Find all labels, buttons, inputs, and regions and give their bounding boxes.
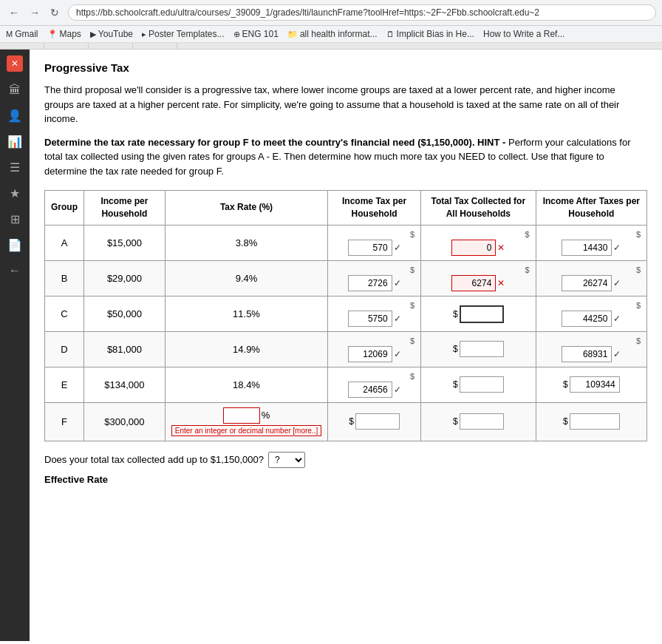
group-c-total-tax-input[interactable] — [460, 305, 504, 323]
group-a-income-after-input[interactable] — [562, 240, 612, 256]
group-f-income-after-input[interactable] — [570, 413, 620, 430]
group-f-taxrate-input[interactable] — [223, 407, 260, 424]
dollar-label: $ — [542, 265, 641, 274]
group-b-income-tax-cell: $ ✓ — [328, 260, 421, 296]
group-d-label: D — [45, 331, 84, 367]
tab-3[interactable] — [89, 43, 133, 49]
sidebar: ✕ 🏛 👤 📊 ☰ ★ ⊞ 📄 ← — [0, 50, 30, 641]
sidebar-icon-doc[interactable]: 📄 — [7, 238, 22, 252]
dollar-sign-f-after: $ — [563, 416, 568, 427]
group-c-income-tax-input[interactable] — [348, 311, 392, 327]
table-row: B $29,000 9.4% $ ✓ $ ✕ — [45, 260, 647, 296]
back-button[interactable]: ← — [6, 5, 22, 20]
dollar-sign-f-total: $ — [453, 416, 458, 427]
poster-icon: ▸ — [142, 30, 146, 39]
group-e-income-tax-cell: $ ✓ — [328, 367, 421, 402]
group-a-total-tax-x[interactable]: ✕ — [497, 243, 505, 253]
group-c-label: C — [45, 296, 84, 331]
tab-1[interactable] — [0, 43, 44, 49]
group-c-income: $50,000 — [84, 296, 166, 331]
group-a-income-tax-check: ✓ — [394, 243, 401, 253]
page-instructions: Determine the tax rate necessary for gro… — [44, 135, 647, 179]
dollar-label: $ — [427, 230, 530, 239]
main-layout: ✕ 🏛 👤 📊 ☰ ★ ⊞ 📄 ← Progressive Tax The th… — [0, 50, 662, 641]
forward-button[interactable]: → — [27, 5, 43, 20]
group-a-total-tax-input[interactable] — [451, 240, 496, 256]
refresh-button[interactable]: ↻ — [47, 5, 62, 20]
group-b-total-tax-input[interactable] — [451, 275, 496, 291]
bookmark-maps[interactable]: 📍 Maps — [47, 29, 81, 39]
bookmark-youtube[interactable]: ▶ YouTube — [90, 29, 133, 39]
group-b-taxrate: 9.4% — [165, 260, 327, 296]
group-e-total-tax-cell: $ — [421, 367, 536, 402]
group-d-income-after-cell: $ ✓ — [536, 331, 646, 367]
group-b-total-tax-cell: $ ✕ — [421, 260, 536, 296]
group-c-income-after-cell: $ ✓ — [536, 296, 646, 331]
tab-2[interactable] — [44, 43, 89, 49]
table-row: F $300,000 % Enter an integer or decimal… — [45, 402, 647, 441]
group-e-income-after-input[interactable] — [570, 376, 620, 393]
group-b-total-tax-x[interactable]: ✕ — [497, 278, 505, 288]
col-header-taxrate: Tax Rate (%) — [165, 191, 327, 226]
nav-buttons: ← → ↻ — [6, 5, 62, 20]
group-a-income-after-wrapper: ✓ — [542, 240, 641, 256]
sidebar-icon-building[interactable]: 🏛 — [9, 84, 21, 97]
sidebar-icon-star[interactable]: ★ — [10, 186, 20, 200]
group-e-income: $134,000 — [84, 367, 166, 402]
group-d-total-tax-cell: $ — [421, 331, 536, 367]
sidebar-icon-arrow[interactable]: ← — [9, 264, 21, 277]
health-icon: 📁 — [287, 30, 298, 39]
group-b-income-tax-check: ✓ — [394, 278, 401, 288]
group-b-income-tax-input[interactable] — [348, 275, 392, 291]
group-d-total-tax-wrapper: $ — [427, 341, 530, 357]
dollar-label: $ — [334, 372, 414, 381]
group-f-total-tax-input[interactable] — [460, 413, 504, 430]
bookmark-howto[interactable]: How to Write a Ref... — [483, 29, 564, 39]
bookmark-implicit[interactable]: 🗒 Implicit Bias in He... — [386, 29, 474, 39]
tab-4[interactable] — [133, 43, 177, 49]
group-a-income-tax-input[interactable] — [348, 240, 392, 256]
group-a-total-tax-cell: $ ✕ — [421, 225, 536, 260]
col-header-income-after: Income After Taxes per Household — [536, 191, 646, 226]
bookmark-poster[interactable]: ▸ Poster Templates... — [142, 29, 225, 39]
sidebar-icon-grid[interactable]: ⊞ — [10, 212, 20, 226]
total-tax-answer-select[interactable]: ? Yes No — [268, 452, 305, 468]
group-c-total-tax-cell: $ — [421, 296, 536, 331]
bookmark-eng101[interactable]: ⊕ ENG 101 — [233, 29, 279, 39]
dollar-sign-d: $ — [453, 344, 458, 354]
table-row: C $50,000 11.5% $ ✓ $ — [45, 296, 647, 331]
group-b-income-after-cell: $ ✓ — [536, 260, 646, 296]
group-e-total-tax-wrapper: $ — [427, 376, 530, 393]
gmail-icon: M — [6, 30, 13, 38]
dollar-sign-e: $ — [453, 379, 458, 390]
address-bar[interactable]: https://bb.schoolcraft.edu/ultra/courses… — [68, 4, 656, 21]
bookmark-health[interactable]: 📁 all health informat... — [287, 29, 378, 39]
group-b-income-after-input[interactable] — [562, 275, 612, 291]
sidebar-close-button[interactable]: ✕ — [7, 55, 23, 72]
bookmark-implicit-label: Implicit Bias in He... — [397, 29, 474, 39]
dollar-label: $ — [334, 301, 414, 310]
maps-icon: 📍 — [47, 30, 58, 39]
group-f-income: $300,000 — [84, 402, 166, 441]
group-b-income-after-wrapper: ✓ — [542, 275, 641, 291]
group-b-income-after-check: ✓ — [613, 278, 621, 288]
sidebar-icon-list[interactable]: ☰ — [10, 160, 20, 174]
group-a-income: $15,000 — [84, 225, 166, 260]
group-d-income-tax-input[interactable] — [348, 346, 392, 362]
group-e-total-tax-input[interactable] — [460, 376, 504, 393]
group-f-total-tax-cell: $ — [421, 402, 536, 441]
dollar-label: $ — [542, 230, 641, 239]
group-f-income-tax-input[interactable] — [355, 413, 400, 430]
group-c-income-tax-wrapper: ✓ — [334, 311, 414, 327]
group-d-income-after-input[interactable] — [562, 346, 612, 362]
group-c-taxrate: 11.5% — [165, 296, 327, 331]
group-c-income-after-input[interactable] — [562, 311, 612, 327]
sidebar-icon-chart[interactable]: 📊 — [7, 135, 22, 149]
sidebar-icon-person[interactable]: 👤 — [7, 109, 22, 123]
bookmark-gmail[interactable]: M Gmail — [6, 29, 38, 39]
group-d-total-tax-input[interactable] — [460, 341, 504, 357]
group-c-income-after-wrapper: ✓ — [542, 311, 641, 327]
group-e-income-tax-input[interactable] — [348, 382, 392, 398]
table-row: D $81,000 14.9% $ ✓ $ — [45, 331, 647, 367]
bookmarks-bar: M Gmail 📍 Maps ▶ YouTube ▸ Poster Templa… — [0, 26, 662, 43]
